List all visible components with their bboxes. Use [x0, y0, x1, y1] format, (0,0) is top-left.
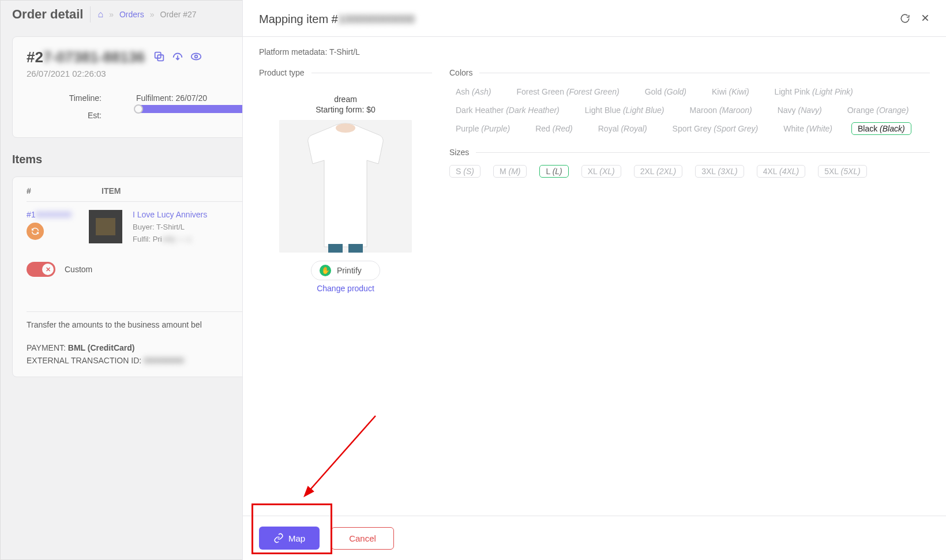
color-chip-gold[interactable]: Gold (Gold): [639, 85, 693, 98]
color-chip-forest-green[interactable]: Forest Green (Forest Green): [510, 85, 625, 98]
size-chip-l[interactable]: L (L): [539, 165, 568, 178]
mapping-drawer: Mapping item #100000000000 Platform meta…: [242, 0, 946, 560]
size-chip-s[interactable]: S (S): [449, 165, 480, 178]
sizes-label: Sizes: [449, 148, 930, 157]
product-price: Starting form: $0: [259, 105, 432, 114]
close-icon[interactable]: [921, 13, 930, 25]
size-chip-m[interactable]: M (M): [493, 165, 527, 178]
color-chip-light-blue[interactable]: Light Blue (Light Blue): [579, 104, 671, 116]
provider-icon: ✋: [320, 265, 331, 276]
product-name: dream: [259, 95, 432, 104]
svg-rect-8: [328, 244, 343, 253]
size-chip-4xl[interactable]: 4XL (4XL): [757, 165, 806, 178]
svg-rect-9: [348, 244, 363, 253]
provider-chip[interactable]: ✋ Printify: [311, 261, 380, 280]
color-chip-ash[interactable]: Ash (Ash): [449, 85, 497, 98]
color-chip-royal[interactable]: Royal (Royal): [592, 122, 654, 135]
color-chip-white[interactable]: White (White): [777, 122, 839, 135]
size-chip-5xl[interactable]: 5XL (5XL): [818, 165, 867, 178]
drawer-title: Mapping item #100000000000: [259, 13, 415, 26]
color-chip-light-pink[interactable]: Light Pink (Light Pink): [768, 85, 859, 98]
product-image: [279, 120, 412, 253]
svg-point-7: [336, 123, 355, 133]
color-chip-purple[interactable]: Purple (Purple): [449, 122, 516, 135]
color-chip-black[interactable]: Black (Black): [851, 122, 911, 135]
size-chip-xl[interactable]: XL (XL): [581, 165, 621, 178]
color-chip-row: Ash (Ash)Forest Green (Forest Green)Gold…: [449, 85, 930, 135]
size-chip-2xl[interactable]: 2XL (2XL): [634, 165, 683, 178]
map-button[interactable]: Map: [259, 527, 320, 550]
size-chip-row: S (S)M (M)L (L)XL (XL)2XL (2XL)3XL (3XL)…: [449, 165, 930, 178]
color-chip-orange[interactable]: Orange (Orange): [841, 104, 915, 116]
platform-metadata: Platform metadata: T-Shirt/L: [259, 47, 930, 57]
color-chip-red[interactable]: Red (Red): [529, 122, 579, 135]
color-chip-maroon[interactable]: Maroon (Maroon): [684, 104, 759, 116]
colors-label: Colors: [449, 68, 930, 77]
color-chip-sport-grey[interactable]: Sport Grey (Sport Grey): [666, 122, 765, 135]
refresh-icon[interactable]: [900, 13, 910, 25]
color-chip-dark-heather[interactable]: Dark Heather (Dark Heather): [449, 104, 566, 116]
size-chip-3xl[interactable]: 3XL (3XL): [695, 165, 744, 178]
product-type-label: Product type: [259, 68, 432, 77]
color-chip-navy[interactable]: Navy (Navy): [771, 104, 828, 116]
cancel-button[interactable]: Cancel: [331, 527, 394, 550]
change-product-link[interactable]: Change product: [259, 284, 432, 293]
color-chip-kiwi[interactable]: Kiwi (Kiwi): [705, 85, 756, 98]
link-icon: [273, 533, 284, 543]
